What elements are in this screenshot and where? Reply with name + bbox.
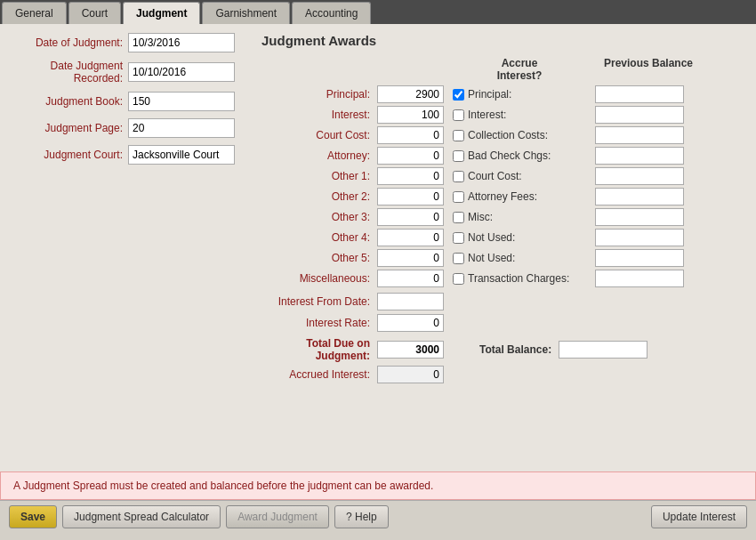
award-checkbox-4[interactable] — [453, 171, 464, 182]
award-prev-0 — [586, 85, 693, 103]
award-check-label-5: Attorney Fees: — [468, 190, 537, 203]
total-balance-label: Total Balance: — [479, 343, 551, 356]
accrued-interest-row: Accrued Interest: — [261, 366, 744, 383]
award-value-input-5[interactable] — [377, 188, 444, 206]
award-check-area-6: Misc: — [444, 211, 586, 223]
award-check-area-2: Collection Costs: — [444, 129, 586, 141]
award-value-input-4[interactable] — [377, 167, 444, 185]
award-label-5: Other 2: — [261, 190, 377, 203]
tab-court[interactable]: Court — [68, 2, 121, 24]
date-of-judgment-label: Date of Judgment: — [12, 36, 128, 49]
award-prev-5 — [586, 188, 693, 206]
judgment-court-input[interactable] — [128, 145, 235, 165]
award-value-input-3[interactable] — [377, 147, 444, 165]
award-checkbox-3[interactable] — [453, 150, 464, 162]
award-checkbox-2[interactable] — [453, 130, 464, 141]
award-prev-6 — [586, 208, 693, 226]
award-value-input-9[interactable] — [377, 270, 444, 287]
award-value-input-2[interactable] — [377, 126, 444, 144]
award-prev-7 — [586, 229, 693, 246]
award-label-3: Attorney: — [261, 149, 377, 162]
award-checkbox-0[interactable] — [453, 89, 464, 101]
total-due-input[interactable] — [377, 341, 444, 359]
prev-balance-header: Previous Balance — [604, 57, 693, 69]
award-prev-9 — [586, 270, 693, 287]
date-recorded-row: Date Judgment Recorded: — [12, 60, 244, 85]
award-checkbox-5[interactable] — [453, 191, 464, 203]
award-prev-2 — [586, 126, 693, 144]
prev-balance-input-9[interactable] — [595, 270, 684, 287]
award-check-label-3: Bad Check Chgs: — [468, 149, 551, 162]
award-check-label-4: Court Cost: — [468, 170, 522, 182]
award-value-input-0[interactable] — [377, 85, 444, 103]
award-value-input-7[interactable] — [377, 229, 444, 246]
award-check-label-8: Not Used: — [468, 252, 515, 264]
award-label-8: Other 5: — [261, 252, 377, 264]
award-value-input-8[interactable] — [377, 249, 444, 267]
main-content: Date of Judgment: Date Judgment Recorded… — [0, 24, 756, 471]
award-row: Miscellaneous: Transaction Charges: — [261, 270, 744, 287]
award-label-4: Other 1: — [261, 170, 377, 182]
award-label-2: Court Cost: — [261, 129, 377, 141]
accrued-interest-input[interactable] — [377, 366, 444, 383]
date-of-judgment-input[interactable] — [128, 33, 235, 52]
award-checkbox-8[interactable] — [453, 253, 464, 264]
award-check-label-1: Interest: — [468, 109, 506, 121]
award-checkbox-1[interactable] — [453, 109, 464, 121]
award-checkbox-7[interactable] — [453, 232, 464, 244]
award-label-7: Other 4: — [261, 231, 377, 244]
award-check-area-0: Principal: — [444, 88, 586, 101]
award-prev-4 — [586, 167, 693, 185]
tab-garnishment[interactable]: Garnishment — [202, 2, 290, 24]
tab-accounting[interactable]: Accounting — [292, 2, 371, 24]
footer-right: Update Interest — [651, 505, 747, 528]
total-balance-input[interactable] — [559, 341, 647, 359]
help-button[interactable]: ? Help — [334, 505, 389, 528]
update-interest-button[interactable]: Update Interest — [651, 505, 747, 528]
tab-bar: General Court Judgment Garnishment Accou… — [0, 0, 756, 24]
award-check-area-1: Interest: — [444, 109, 586, 121]
prev-balance-input-3[interactable] — [595, 147, 684, 165]
judgment-book-input[interactable] — [128, 92, 235, 111]
interest-from-date-input[interactable] — [377, 293, 444, 310]
award-row: Other 4: Not Used: — [261, 229, 744, 246]
judgment-spread-calculator-button[interactable]: Judgment Spread Calculator — [62, 505, 221, 528]
prev-balance-input-0[interactable] — [595, 85, 684, 103]
accrue-header: AccrueInterest? — [497, 57, 543, 82]
interest-from-date-row: Interest From Date: — [261, 293, 744, 310]
award-value-input-6[interactable] — [377, 208, 444, 226]
award-label-1: Interest: — [261, 109, 377, 121]
prev-balance-input-5[interactable] — [595, 188, 684, 206]
judgment-book-row: Judgment Book: — [12, 92, 244, 111]
prev-balance-input-8[interactable] — [595, 249, 684, 267]
tab-general[interactable]: General — [2, 2, 67, 24]
warning-bar: A Judgment Spread must be created and ba… — [0, 471, 756, 500]
judgment-page-row: Judgment Page: — [12, 118, 244, 138]
award-checkbox-6[interactable] — [453, 212, 464, 223]
date-of-judgment-row: Date of Judgment: — [12, 33, 244, 52]
left-panel: Date of Judgment: Date Judgment Recorded… — [12, 33, 244, 463]
interest-from-date-label: Interest From Date: — [261, 295, 377, 308]
award-checkbox-9[interactable] — [453, 273, 464, 285]
award-prev-3 — [586, 147, 693, 165]
interest-rate-row: Interest Rate: — [261, 314, 744, 332]
prev-balance-input-1[interactable] — [595, 106, 684, 124]
judgment-page-input[interactable] — [128, 118, 235, 138]
award-row: Other 5: Not Used: — [261, 249, 744, 267]
save-button[interactable]: Save — [9, 505, 57, 528]
award-check-area-5: Attorney Fees: — [444, 190, 586, 203]
award-label-0: Principal: — [261, 88, 377, 101]
award-value-input-1[interactable] — [377, 106, 444, 124]
award-check-label-9: Transaction Charges: — [468, 272, 569, 285]
award-check-area-9: Transaction Charges: — [444, 272, 586, 285]
award-judgment-button[interactable]: Award Judgment — [226, 505, 329, 528]
prev-balance-input-7[interactable] — [595, 229, 684, 246]
tab-judgment[interactable]: Judgment — [123, 2, 200, 24]
prev-balance-input-2[interactable] — [595, 126, 684, 144]
prev-balance-input-4[interactable] — [595, 167, 684, 185]
interest-rate-label: Interest Rate: — [261, 317, 377, 329]
date-recorded-input[interactable] — [128, 62, 235, 82]
interest-rate-input[interactable] — [377, 314, 444, 332]
prev-balance-input-6[interactable] — [595, 208, 684, 226]
footer: Save Judgment Spread Calculator Award Ju… — [0, 500, 756, 532]
